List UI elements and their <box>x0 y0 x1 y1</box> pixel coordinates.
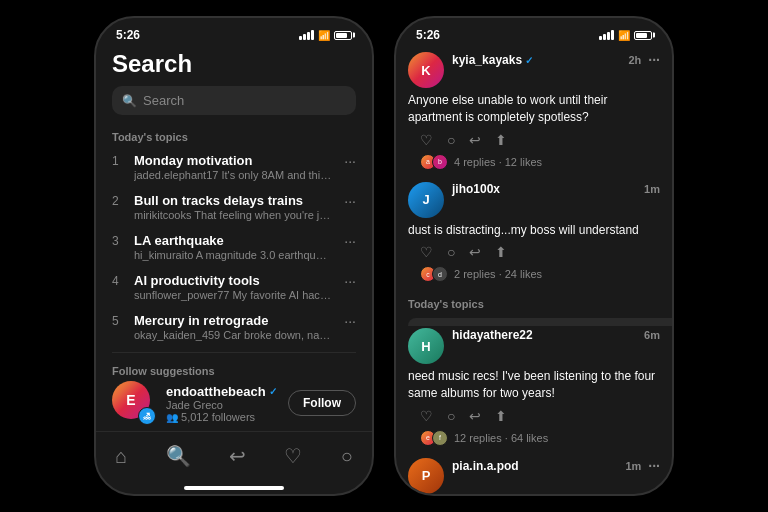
like-icon-2[interactable]: ♡ <box>420 244 433 260</box>
topic-item-5[interactable]: 5 Mercury in retrograde okay_kaiden_459 … <box>96 307 372 347</box>
topics-scroll: Monday motivation jaded.elephant17 It's … <box>396 314 672 326</box>
topic-number-3: 3 <box>112 234 122 248</box>
post-2-actions: ♡ ○ ↩ ⬆ <box>408 244 660 264</box>
post-3: H hidayathere22 6m need music recs! I've… <box>396 326 672 458</box>
search-header: Search 🔍 Search <box>96 46 372 123</box>
post-2: J jiho100x 1m dust is distracting...my b… <box>396 182 672 295</box>
post-4-dots[interactable]: ··· <box>648 458 660 474</box>
topic-item-4[interactable]: 4 AI productivity tools sunflower_power7… <box>96 267 372 307</box>
post-2-username: jiho100x 1m <box>452 182 660 196</box>
topic-dots-3[interactable]: ··· <box>344 233 356 249</box>
like-icon-1[interactable]: ♡ <box>420 132 433 148</box>
status-icons-2: 📶 <box>599 30 652 41</box>
verified-icon: ✓ <box>269 386 277 397</box>
repost-icon-1[interactable]: ↩ <box>469 132 481 148</box>
post-2-stats: 2 replies · 24 likes <box>454 268 542 280</box>
share-icon-2[interactable]: ⬆ <box>495 244 507 260</box>
topic-title-1: Monday motivation <box>134 153 332 168</box>
topic-title-2: Bull on tracks delays trains <box>134 193 332 208</box>
topic-item-2[interactable]: 2 Bull on tracks delays trains mirikitco… <box>96 187 372 227</box>
post-1-time: 2h <box>628 54 641 66</box>
post-4-header: P pia.in.a.pod 1m ··· <box>408 458 660 494</box>
signal-icon <box>299 30 314 40</box>
nav-heart-1[interactable]: ♡ <box>274 440 312 472</box>
topic-sub-3: hi_kimuraito A magnitude 3.0 earthquake … <box>134 249 332 261</box>
phone-search: 5:26 📶 Search 🔍 Search Today's topics 1 <box>94 16 374 496</box>
status-icons-1: 📶 <box>299 30 352 41</box>
post-1-actions: ♡ ○ ↩ ⬆ <box>408 132 660 152</box>
share-icon-3[interactable]: ⬆ <box>495 408 507 424</box>
post-2-replies: c d 2 replies · 24 likes <box>408 264 660 288</box>
topic-item-3[interactable]: 3 LA earthquake hi_kimuraito A magnitude… <box>96 227 372 267</box>
post-2-time: 1m <box>644 183 660 195</box>
nav-compose-1[interactable]: ↩ <box>219 440 256 472</box>
topic-title-5: Mercury in retrograde <box>134 313 332 328</box>
repost-icon-3[interactable]: ↩ <box>469 408 481 424</box>
search-input[interactable]: Search <box>143 93 184 108</box>
todays-topics-label: Today's topics <box>96 123 372 147</box>
topic-dots-5[interactable]: ··· <box>344 313 356 329</box>
battery-icon <box>334 31 352 40</box>
post-4: P pia.in.a.pod 1m ··· Restaurants I can'… <box>396 458 672 496</box>
follow-handle: Jade Greco <box>166 399 278 411</box>
follow-item: E 🏖 endoatthebeach ✓ Jade Greco 👥 5,012 … <box>112 381 356 425</box>
post-1-stats: 4 replies · 12 likes <box>454 156 542 168</box>
post-1: K kyia_kayaks ✓ 2h ··· Anyone else unabl… <box>396 46 672 182</box>
post-4-username: pia.in.a.pod 1m ··· <box>452 458 660 474</box>
like-icon-3[interactable]: ♡ <box>420 408 433 424</box>
page-title: Search <box>112 50 356 78</box>
avatar-pia: P <box>408 458 444 494</box>
avatar-jiho: J <box>408 182 444 218</box>
follow-name: endoatthebeach ✓ <box>166 384 278 399</box>
topic-item-1[interactable]: 1 Monday motivation jaded.elephant17 It'… <box>96 147 372 187</box>
nav-home-1[interactable]: ⌂ <box>105 441 137 472</box>
post-3-stats: 12 replies · 64 likes <box>454 432 548 444</box>
topic-list: 1 Monday motivation jaded.elephant17 It'… <box>96 147 372 348</box>
topic-title-3: LA earthquake <box>134 233 332 248</box>
reply-icon-1[interactable]: ○ <box>447 132 455 148</box>
post-2-header: J jiho100x 1m <box>408 182 660 218</box>
post-3-actions: ♡ ○ ↩ ⬆ <box>408 408 660 428</box>
signal-icon-2 <box>599 30 614 40</box>
reply-icon-3[interactable]: ○ <box>447 408 455 424</box>
nav-search-1[interactable]: 🔍 <box>156 440 201 472</box>
reply-icon-2[interactable]: ○ <box>447 244 455 260</box>
post-1-dots[interactable]: ··· <box>648 52 660 68</box>
post-3-text: need music recs! I've been listening to … <box>408 368 660 402</box>
search-bar[interactable]: 🔍 Search <box>112 86 356 115</box>
topic-sub-4: sunflower_power77 My favorite AI hack: u… <box>134 289 332 301</box>
post-3-time: 6m <box>644 329 660 341</box>
topic-dots-4[interactable]: ··· <box>344 273 356 289</box>
wifi-icon: 📶 <box>318 30 330 41</box>
post-3-username: hidayathere22 6m <box>452 328 660 342</box>
topic-dots-2[interactable]: ··· <box>344 193 356 209</box>
battery-icon-2 <box>634 31 652 40</box>
verified-kyia: ✓ <box>525 55 533 66</box>
post-1-header: K kyia_kayaks ✓ 2h ··· <box>408 52 660 88</box>
follow-info: endoatthebeach ✓ Jade Greco 👥 5,012 foll… <box>166 384 278 423</box>
share-icon-1[interactable]: ⬆ <box>495 132 507 148</box>
mini-avatar-4: d <box>432 266 448 282</box>
post-3-header: H hidayathere22 6m <box>408 328 660 364</box>
topic-sub-2: mirikitcooks That feeling when you're ju… <box>134 209 332 221</box>
avatar-hida: H <box>408 328 444 364</box>
post-1-username: kyia_kayaks ✓ 2h ··· <box>452 52 660 68</box>
divider-1 <box>112 352 356 353</box>
topic-content-2: Bull on tracks delays trains mirikitcook… <box>134 193 332 221</box>
topic-card-1[interactable]: Monday motivation jaded.elephant17 It's … <box>408 318 672 326</box>
post-4-time: 1m <box>625 460 641 472</box>
topic-dots-1[interactable]: ··· <box>344 153 356 169</box>
repost-icon-2[interactable]: ↩ <box>469 244 481 260</box>
post-1-info: kyia_kayaks ✓ 2h ··· <box>452 52 660 68</box>
nav-profile-1[interactable]: ○ <box>331 441 363 472</box>
follow-count: 👥 5,012 followers <box>166 411 278 423</box>
follow-button[interactable]: Follow <box>288 390 356 416</box>
post-1-text: Anyone else unable to work until their a… <box>408 92 660 126</box>
post-3-info: hidayathere22 6m <box>452 328 660 342</box>
topic-title-4: AI productivity tools <box>134 273 332 288</box>
time-2: 5:26 <box>416 28 440 42</box>
follow-suggestions-label: Follow suggestions <box>96 357 372 381</box>
topic-content-3: LA earthquake hi_kimuraito A magnitude 3… <box>134 233 332 261</box>
topic-number-2: 2 <box>112 194 122 208</box>
mini-avatar-6: f <box>432 430 448 446</box>
